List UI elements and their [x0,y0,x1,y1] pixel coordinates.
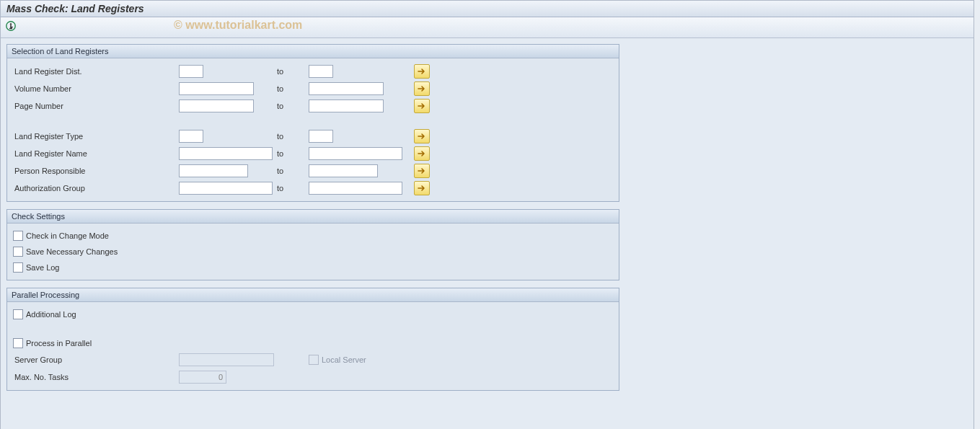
label-change-mode: Check in Change Mode [26,231,109,240]
label-save-changes: Save Necessary Changes [26,247,118,256]
input-resp-to[interactable] [309,164,378,177]
input-auth-to[interactable] [309,182,402,195]
input-name-from[interactable] [179,147,273,160]
label-land-register-dist: Land Register Dist. [13,67,179,76]
multi-select-vol[interactable] [414,81,430,96]
svg-point-2 [10,23,12,25]
label-server-group: Server Group [13,355,179,364]
checkbox-process-parallel[interactable] [13,338,23,348]
group-selection: Selection of Land Registers Land Registe… [6,44,619,202]
input-page-from[interactable] [179,99,254,112]
multi-select-name[interactable] [414,146,430,161]
label-volume-number: Volume Number [13,84,179,93]
label-to: to [277,102,309,110]
checkbox-change-mode[interactable] [13,231,23,241]
group-pp-title: Parallel Processing [7,288,619,302]
group-check-settings: Check Settings Check in Change Mode Save… [6,209,619,280]
page-title: Mass Check: Land Registers [1,1,974,17]
input-server-group [179,353,274,366]
input-page-to[interactable] [309,99,384,112]
input-dist-from[interactable] [179,65,203,78]
label-page-number: Page Number [13,102,179,110]
label-to: to [277,84,309,93]
input-type-to[interactable] [309,130,333,143]
label-to: to [277,67,309,76]
label-land-register-name: Land Register Name [13,149,179,158]
input-vol-from[interactable] [179,82,254,95]
checkbox-save-log[interactable] [13,262,23,273]
label-person-responsible: Person Responsible [13,167,179,175]
label-land-register-type: Land Register Type [13,132,179,141]
watermark: © www.tutorialkart.com [174,19,302,32]
input-name-to[interactable] [309,147,402,160]
multi-select-page[interactable] [414,99,430,113]
multi-select-dist[interactable] [414,64,430,79]
group-parallel-processing: Parallel Processing Additional Log Proce… [6,288,619,391]
group-check-title: Check Settings [7,210,619,224]
checkbox-additional-log[interactable] [13,309,23,319]
label-process-parallel: Process in Parallel [26,339,92,348]
label-to: to [277,167,309,175]
label-to: to [277,149,309,158]
group-selection-title: Selection of Land Registers [7,45,619,58]
execute-icon[interactable] [5,20,17,32]
checkbox-save-changes[interactable] [13,247,23,257]
multi-select-type[interactable] [414,129,430,143]
multi-select-auth[interactable] [414,181,430,195]
checkbox-local-server [309,355,319,365]
input-auth-from[interactable] [179,182,273,195]
label-save-log: Save Log [26,263,59,272]
multi-select-resp[interactable] [414,164,430,178]
input-max-tasks [179,371,226,384]
input-type-from[interactable] [179,130,203,143]
label-local-server: Local Server [322,355,366,364]
input-dist-to[interactable] [309,65,333,78]
toolbar: © www.tutorialkart.com [1,17,974,38]
label-max-tasks: Max. No. Tasks [13,373,179,381]
input-vol-to[interactable] [309,82,384,95]
label-to: to [277,132,309,141]
label-additional-log: Additional Log [26,310,76,319]
label-authorization-group: Authorization Group [13,184,179,193]
label-to: to [277,184,309,193]
input-resp-from[interactable] [179,164,248,177]
